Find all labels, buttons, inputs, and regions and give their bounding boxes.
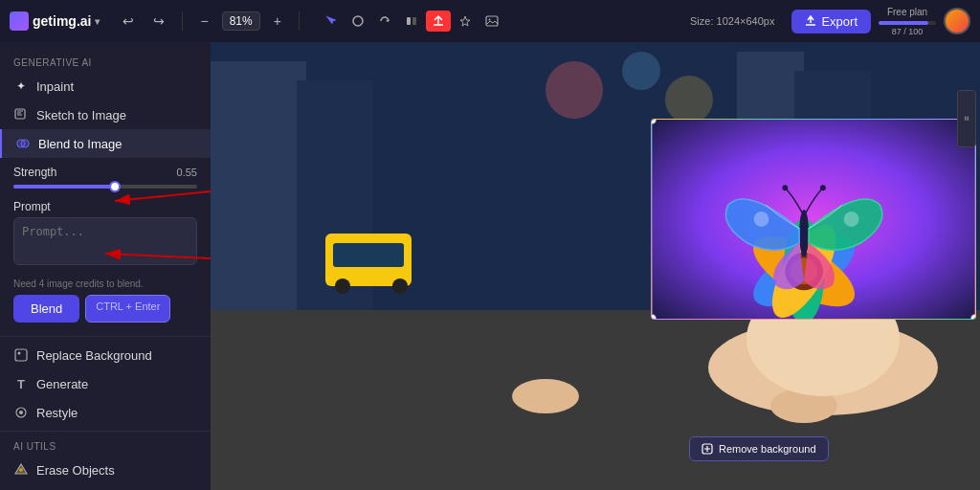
generative-ai-section-label: Generative AI — [0, 52, 211, 72]
free-plan-section: Free plan 87 / 100 — [879, 7, 936, 36]
prompt-input[interactable] — [13, 217, 197, 265]
image-tool-button[interactable] — [479, 11, 504, 32]
sidebar-item-replace-bg[interactable]: Replace Background — [0, 341, 211, 369]
sidebar-item-erase[interactable]: Erase Objects — [0, 456, 211, 484]
sidebar-item-restyle[interactable]: Restyle — [0, 398, 211, 427]
strength-slider[interactable] — [13, 185, 197, 189]
sidebar-item-blend[interactable]: Blend to Image — [0, 129, 211, 158]
size-display: Size: 1024×640px — [690, 15, 774, 27]
svg-rect-2 — [412, 17, 416, 25]
logo[interactable]: getimg.ai ▾ — [10, 11, 100, 31]
sidebar: Generative AI ✦ Inpaint Sketch to Image … — [0, 42, 211, 490]
divider — [182, 11, 183, 31]
svg-point-14 — [19, 468, 23, 472]
svg-point-43 — [820, 185, 826, 190]
ai-utils-section-label: AI Utils — [0, 435, 211, 456]
logo-icon — [10, 11, 29, 31]
sidebar-item-inpaint[interactable]: ✦ Inpaint — [0, 72, 211, 100]
canvas-area[interactable]: Remove background ≡ Upload Resize Remove… — [211, 42, 980, 490]
svg-point-10 — [18, 352, 21, 355]
svg-point-41 — [844, 212, 859, 227]
free-plan-label: Free plan — [887, 7, 927, 17]
prompt-label: Prompt — [0, 196, 211, 217]
svg-point-42 — [782, 185, 788, 190]
select-tool-button[interactable] — [319, 11, 344, 32]
overlay-image[interactable] — [651, 119, 976, 320]
strength-value: 0.55 — [177, 167, 197, 178]
free-plan-count: 87 / 100 — [892, 27, 924, 36]
inpaint-icon: ✦ — [13, 78, 29, 94]
zoom-minus-button[interactable]: − — [194, 10, 213, 33]
svg-point-25 — [546, 61, 603, 119]
tool-group — [319, 11, 504, 32]
credits-note: Need 4 image credits to blend. — [0, 277, 211, 295]
redo-button[interactable]: ↪ — [147, 10, 170, 33]
svg-point-5 — [488, 19, 490, 21]
remove-background-button[interactable]: Remove background — [689, 436, 829, 461]
erase-label: Erase Objects — [36, 463, 115, 478]
sidebar-divider2 — [0, 431, 211, 432]
main-layout: Generative AI ✦ Inpaint Sketch to Image … — [0, 42, 980, 490]
star-tool-button[interactable] — [453, 11, 478, 32]
restyle-label: Restyle — [36, 406, 78, 420]
butterfly-image-svg — [652, 120, 975, 319]
svg-point-24 — [392, 278, 408, 294]
svg-point-39 — [799, 210, 809, 257]
rotate-tool-button[interactable] — [372, 11, 397, 32]
strength-label: Strength — [13, 166, 56, 179]
divider2 — [299, 11, 300, 31]
svg-marker-3 — [460, 16, 470, 26]
zoom-display[interactable]: 81% — [222, 11, 260, 31]
sidebar-divider — [0, 336, 211, 337]
blend-label: Blend to Image — [38, 137, 122, 151]
chevron-down-icon: ▾ — [95, 16, 100, 27]
svg-rect-1 — [407, 17, 411, 25]
strength-control: Strength 0.55 — [0, 158, 211, 196]
svg-point-0 — [353, 16, 363, 26]
shortcut-badge: CTRL + Enter — [85, 295, 170, 323]
upload-tool-button[interactable] — [426, 11, 451, 32]
logo-text: getimg.ai — [33, 13, 91, 29]
svg-rect-16 — [211, 61, 306, 329]
svg-point-40 — [754, 212, 769, 227]
shape-tool-button[interactable] — [345, 11, 370, 32]
erase-icon — [13, 462, 29, 478]
svg-point-8 — [21, 140, 29, 147]
sketch-icon — [13, 107, 29, 122]
svg-rect-4 — [486, 16, 498, 26]
free-plan-bar-fill — [879, 21, 928, 25]
avatar[interactable] — [944, 8, 970, 34]
free-plan-bar — [879, 21, 936, 25]
strength-slider-thumb[interactable] — [109, 181, 121, 192]
svg-point-27 — [665, 76, 713, 123]
generate-label: Generate — [36, 377, 88, 391]
blend-button[interactable]: Blend — [13, 295, 79, 323]
svg-point-29 — [512, 379, 579, 413]
svg-point-12 — [19, 411, 23, 414]
svg-point-26 — [622, 52, 660, 90]
svg-rect-9 — [15, 349, 27, 361]
undo-button[interactable]: ↩ — [117, 10, 140, 33]
sidebar-item-generate[interactable]: T Generate — [0, 369, 211, 398]
replace-bg-icon — [13, 347, 29, 363]
sketch-label: Sketch to Image — [36, 108, 126, 122]
flip-tool-button[interactable] — [399, 11, 424, 32]
blend-btn-row: Blend CTRL + Enter — [0, 295, 211, 332]
remove-bg-label: Remove background — [719, 443, 816, 455]
right-panel-toggle[interactable]: ≡ — [957, 90, 976, 147]
strength-slider-fill — [13, 185, 115, 189]
zoom-plus-button[interactable]: + — [268, 10, 287, 33]
generate-icon: T — [13, 376, 29, 391]
topbar: getimg.ai ▾ ↩ ↪ − 81% + — [0, 0, 980, 42]
export-button[interactable]: Export — [791, 10, 871, 33]
restyle-icon — [13, 405, 29, 420]
svg-point-23 — [335, 278, 350, 294]
svg-rect-17 — [297, 80, 373, 329]
export-label: Export — [821, 14, 858, 29]
inpaint-label: Inpaint — [36, 79, 74, 94]
svg-rect-22 — [333, 243, 404, 267]
blend-icon — [15, 136, 31, 151]
replace-bg-label: Replace Background — [36, 348, 152, 363]
sidebar-item-sketch[interactable]: Sketch to Image — [0, 100, 211, 129]
